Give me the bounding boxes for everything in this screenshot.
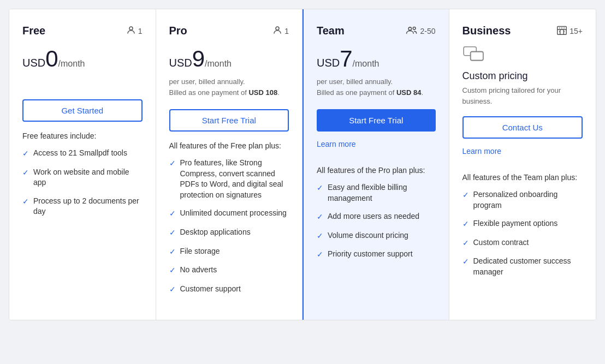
price-number-pro: 9 <box>192 46 205 71</box>
plan-name-free: Free <box>22 25 45 37</box>
price-block-pro: USD9/month <box>169 46 289 72</box>
list-item: ✓Volume discount pricing <box>317 230 436 242</box>
list-item: ✓Priority customer support <box>317 249 436 260</box>
plan-header-team: Team 2-50 <box>317 25 436 37</box>
plan-card-business: Business 15+ Custom pricing Custom prici… <box>449 9 596 320</box>
svg-point-3 <box>413 27 416 30</box>
plan-card-team: Team 2-50 USD7/month per user, billed an… <box>302 9 449 320</box>
contact-us-button[interactable]: Contact Us <box>462 116 583 139</box>
list-item: ✓Flexible payment options <box>462 218 583 230</box>
plan-users-free: 1 <box>126 25 143 37</box>
get-started-button[interactable]: Get Started <box>22 99 143 122</box>
check-icon: ✓ <box>22 148 29 159</box>
features-label-free: Free features include: <box>22 132 143 140</box>
users-label-business: 15+ <box>570 27 583 35</box>
plan-header-pro: Pro 1 <box>169 25 289 37</box>
feature-text: Flexible payment options <box>473 218 558 229</box>
price-sub-free <box>22 76 143 99</box>
start-free-trial-pro-button[interactable]: Start Free Trial <box>169 109 289 132</box>
pricing-grid: Free 1 USD0/month Get Started Free featu… <box>9 9 596 320</box>
feature-text: Priority customer support <box>328 249 413 260</box>
check-icon: ✓ <box>169 228 176 238</box>
check-icon: ✓ <box>169 247 176 258</box>
feature-text: Volume discount pricing <box>328 230 408 241</box>
feature-list-pro: ✓Pro features, like Strong Compress, con… <box>169 158 289 295</box>
price-sub-plain-pro: per user, billed annually.Billed as one … <box>169 77 249 97</box>
feature-text: Pro features, like Strong Compress, conv… <box>180 158 289 200</box>
features-label-team: All features of the Pro plan plus: <box>317 166 436 175</box>
plan-header-free: Free 1 <box>22 25 143 37</box>
list-item: ✓Process up to 2 documents per day <box>22 196 143 217</box>
feature-text: Desktop applications <box>180 227 251 238</box>
check-icon: ✓ <box>22 168 29 178</box>
check-icon: ✓ <box>169 208 176 219</box>
plan-users-team: 2-50 <box>406 25 435 37</box>
features-label-business: All features of the Team plan plus: <box>462 173 583 182</box>
price-number-team: 7 <box>340 46 352 71</box>
svg-point-0 <box>129 27 133 30</box>
check-icon: ✓ <box>317 212 323 223</box>
svg-point-2 <box>409 27 412 31</box>
price-sub-bold-team: USD 84 <box>396 88 422 97</box>
learn-more-business[interactable]: Learn more <box>462 147 502 156</box>
check-icon: ✓ <box>462 238 469 249</box>
feature-text: Unlimited document processing <box>180 208 287 219</box>
person-icon <box>272 25 282 37</box>
price-period-pro: /month <box>205 59 232 68</box>
features-label-pro: All features of the Free plan plus: <box>169 141 289 150</box>
feature-text: File storage <box>180 246 220 257</box>
price-sub-plain-team: per user, billed annually.Billed as one … <box>317 77 396 97</box>
feature-text: Easy and flexible billing management <box>328 182 436 204</box>
custom-pricing-title: Custom pricing <box>462 70 583 82</box>
check-icon: ✓ <box>462 256 469 267</box>
feature-text: Custom contract <box>473 237 529 248</box>
price-currency-free: USD <box>22 57 45 69</box>
check-icon: ✓ <box>169 265 176 276</box>
building-icon <box>556 25 567 37</box>
feature-text: No adverts <box>180 265 217 276</box>
price-number-free: 0 <box>45 46 58 71</box>
chat-icon <box>462 46 583 67</box>
list-item: ✓Unlimited document processing <box>169 208 289 219</box>
check-icon: ✓ <box>317 231 323 242</box>
plan-users-pro: 1 <box>272 25 289 37</box>
list-item: ✓Personalized onboarding program <box>462 189 583 211</box>
list-item: ✓Easy and flexible billing management <box>317 182 436 204</box>
price-sub-team: per user, billed annually.Billed as one … <box>317 76 436 99</box>
price-period-free: /month <box>58 59 85 68</box>
feature-text: Customer support <box>180 284 241 295</box>
feature-list-business: ✓Personalized onboarding program ✓Flexib… <box>462 189 583 278</box>
list-item: ✓No adverts <box>169 265 289 276</box>
feature-text: Access to 21 Smallpdf tools <box>33 148 127 159</box>
svg-point-1 <box>276 27 279 30</box>
price-block-team: USD7/month <box>317 46 436 72</box>
feature-text: Personalized onboarding program <box>473 189 583 211</box>
list-item: ✓Work on website and mobile app <box>22 167 143 188</box>
list-item: ✓Add more users as needed <box>317 211 436 223</box>
feature-list-team: ✓Easy and flexible billing management ✓A… <box>317 182 436 260</box>
users-label-team: 2-50 <box>420 27 435 35</box>
group-icon <box>406 25 418 37</box>
plan-header-business: Business 15+ <box>462 25 583 37</box>
price-currency-pro: USD <box>169 57 192 69</box>
check-icon: ✓ <box>462 219 469 230</box>
plan-name-business: Business <box>462 25 511 37</box>
feature-text: Work on website and mobile app <box>33 167 143 188</box>
list-item: ✓Desktop applications <box>169 227 289 238</box>
price-sub-end-team: . <box>422 88 424 97</box>
custom-pricing-desc: Custom pricing tailored for your busines… <box>462 85 583 106</box>
check-icon: ✓ <box>169 284 176 295</box>
plan-card-free: Free 1 USD0/month Get Started Free featu… <box>9 9 156 320</box>
feature-text: Add more users as needed <box>328 211 419 222</box>
svg-rect-11 <box>470 52 483 61</box>
check-icon: ✓ <box>462 190 469 201</box>
plan-users-business: 15+ <box>556 25 583 37</box>
learn-more-team[interactable]: Learn more <box>317 140 356 148</box>
price-sub-pro: per user, billed annually.Billed as one … <box>169 76 289 99</box>
list-item: ✓Customer support <box>169 284 289 295</box>
custom-pricing-block: Custom pricing Custom pricing tailored f… <box>462 46 583 106</box>
price-sub-bold-pro: USD 108 <box>248 88 277 97</box>
person-icon <box>126 25 136 37</box>
check-icon: ✓ <box>169 158 176 169</box>
start-free-trial-team-button[interactable]: Start Free Trial <box>317 109 436 132</box>
